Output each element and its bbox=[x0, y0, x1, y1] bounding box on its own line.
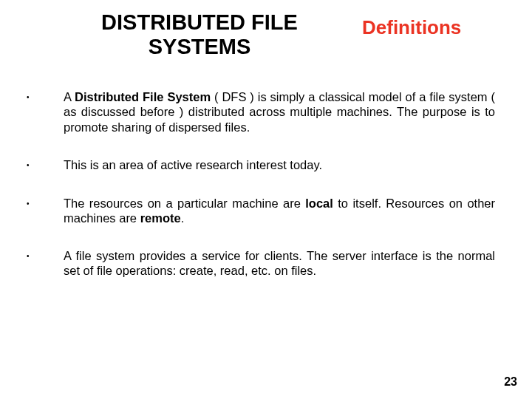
text-segment: . bbox=[181, 211, 185, 225]
bullet-text: This is an area of active research inter… bbox=[64, 157, 495, 173]
text-bold: local bbox=[305, 197, 333, 210]
list-item: • The resources on a particular machine … bbox=[22, 196, 495, 226]
list-item: • A file system provides a service for c… bbox=[22, 248, 495, 279]
bullet-icon: • bbox=[22, 196, 64, 212]
page-number: 23 bbox=[504, 375, 517, 389]
bullet-icon: • bbox=[22, 157, 64, 174]
bullet-text: A Distributed File System ( DFS ) is sim… bbox=[64, 89, 495, 135]
slide-title-left: DISTRIBUTED FILE SYSTEMS bbox=[59, 10, 340, 60]
list-item: • A Distributed File System ( DFS ) is s… bbox=[22, 89, 495, 135]
text-segment: A bbox=[64, 90, 75, 103]
slide-title-right: Definitions bbox=[340, 16, 502, 54]
bullet-icon: • bbox=[22, 89, 64, 106]
bullet-text: A file system provides a service for cli… bbox=[64, 248, 495, 279]
text-segment: The resources on a particular machine ar… bbox=[64, 197, 305, 210]
bullet-icon: • bbox=[22, 248, 64, 265]
slide-body: • A Distributed File System ( DFS ) is s… bbox=[0, 60, 532, 279]
list-item: • This is an area of active research int… bbox=[22, 157, 495, 174]
slide-header: DISTRIBUTED FILE SYSTEMS Definitions bbox=[0, 0, 532, 60]
text-bold: remote bbox=[140, 211, 181, 225]
text-bold: Distributed File System bbox=[75, 90, 211, 103]
bullet-text: The resources on a particular machine ar… bbox=[64, 196, 495, 226]
